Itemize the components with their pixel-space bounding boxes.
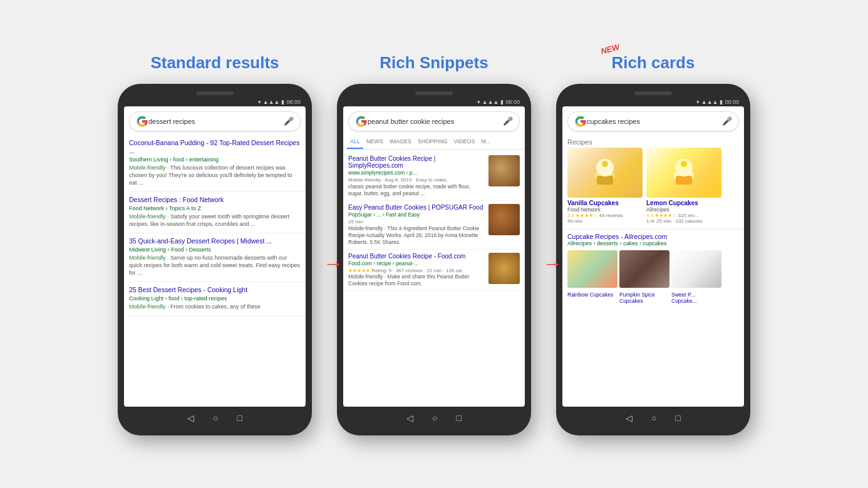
- google-logo: [136, 115, 148, 128]
- search-bar-snippets[interactable]: peanut butter cookie recipes 🎤: [348, 111, 520, 131]
- card-2-title: Lemon Cupcakes: [646, 200, 721, 206]
- card-2-reviews: 315 rev...: [678, 213, 699, 218]
- card-1-time: 50 min: [567, 218, 643, 224]
- time-display: 06:00: [286, 99, 301, 105]
- status-bar: ▾ ▲▲▲ ▮ 06:00: [124, 98, 306, 106]
- result-2-title[interactable]: Dessert Recipes : Food Network: [129, 196, 301, 205]
- cupcake-result-title[interactable]: Cupcake Recipes - Allrecipes.com: [567, 233, 739, 240]
- signal-icon-3: ▲▲▲: [701, 99, 718, 105]
- snippet-1-url: www.simplyrecipes.com › p...: [348, 170, 485, 176]
- battery-icon: ▮: [281, 99, 284, 105]
- result-1-title[interactable]: Coconut-Banana Pudding - 92 Top-Rated De…: [129, 139, 301, 156]
- lemon-cupcake-svg: [668, 154, 700, 191]
- snippet-2-title[interactable]: Easy Peanut Butter Cookies | POPSUGAR Fo…: [348, 204, 485, 211]
- status-bar-2: ▾ ▲▲▲ ▮ 06:00: [343, 98, 525, 106]
- card-2-source: Allrecipes: [646, 206, 721, 213]
- recents-icon[interactable]: □: [237, 413, 242, 423]
- search-query-standard: dessert recipes: [148, 118, 284, 125]
- mic-icon-snippets[interactable]: 🎤: [503, 116, 513, 126]
- phone-speaker: [196, 91, 234, 95]
- phone-rich-snippets: ▾ ▲▲▲ ▮ 06:00 peanut butter cookie recip…: [337, 84, 531, 435]
- google-logo-3: [574, 115, 587, 128]
- tab-all[interactable]: ALL: [347, 135, 363, 149]
- result-2-desc: Mobile-friendly · Satisfy your sweet too…: [129, 213, 301, 228]
- wifi-icon-3: ▾: [696, 99, 700, 105]
- rich-snippets-column: Rich Snippets ▾ ▲▲▲ ▮ 06:00: [337, 53, 531, 435]
- search-bar-cards[interactable]: cupcakes recipes 🎤: [567, 111, 739, 131]
- arrow-1: →: [323, 252, 343, 275]
- search-query-cards: cupcakes recipes: [587, 118, 722, 125]
- result-4-url: Cooking Light › food › top-rated-recipes: [129, 295, 301, 302]
- result-4-desc: Mobile-friendly · From cookies to cakes,…: [129, 303, 301, 310]
- snippet-1-title[interactable]: Peanut Butter Cookies Recipe | SimplyRec…: [348, 155, 485, 169]
- cookie-img-2: [488, 204, 520, 235]
- snippet-1-meta: Mobile-friendly · Aug 8, 2015 · Easy to …: [348, 177, 485, 183]
- battery-icon-3: ▮: [720, 99, 723, 105]
- cupcake-thumbs-row: [562, 248, 744, 290]
- cupcake-thumb-3[interactable]: [671, 250, 721, 288]
- snippet-3-title[interactable]: Peanut Butter Cookies Recipe - Food.com: [348, 253, 485, 260]
- result-3: 35 Quick-and-Easy Dessert Recipes | Midw…: [124, 233, 306, 282]
- recents-icon-3[interactable]: □: [676, 413, 681, 423]
- card-2-time: 1 hr 25 min · 232 calories: [646, 218, 721, 224]
- svg-point-7: [681, 161, 687, 167]
- tab-news[interactable]: NEWS: [363, 135, 386, 149]
- status-bar-3: ▾ ▲▲▲ ▮ 06:00: [562, 98, 744, 106]
- search-tabs: ALL NEWS IMAGES SHOPPING VIDEOS M...: [343, 135, 525, 150]
- snippet-3-img: [488, 253, 520, 284]
- mic-icon-cards[interactable]: 🎤: [722, 116, 732, 126]
- card-lemon-cupcakes[interactable]: Lemon Cupcakes Allrecipes 4.4 ★★★★☆ 315 …: [646, 148, 721, 224]
- vanilla-cupcake-graphic: [567, 148, 643, 198]
- tab-more[interactable]: M...: [478, 135, 494, 149]
- signal-icon-2: ▲▲▲: [482, 99, 499, 105]
- tab-videos[interactable]: VIDEOS: [451, 135, 478, 149]
- result-4-title[interactable]: 25 Best Dessert Recipes - Cooking Light: [129, 286, 301, 295]
- snippet-3-rating: Rating: 5 · 367 reviews · 22 min · 126 c…: [371, 268, 462, 273]
- signal-icon: ▲▲▲: [263, 99, 280, 105]
- back-icon[interactable]: ◁: [187, 413, 194, 423]
- battery-icon-2: ▮: [500, 99, 504, 105]
- cupcake-result-url: Allrecipes › desserts › cakes › cupcakes: [567, 240, 739, 247]
- home-icon[interactable]: ○: [213, 413, 218, 423]
- svg-rect-1: [597, 176, 613, 185]
- cupcake-result: Cupcake Recipes - Allrecipes.com Allreci…: [562, 229, 744, 248]
- wifi-icon: ▾: [258, 99, 261, 105]
- back-icon-2[interactable]: ◁: [406, 413, 413, 423]
- cupcake-thumb-2[interactable]: [619, 250, 669, 288]
- search-bar-standard[interactable]: dessert recipes 🎤: [129, 111, 301, 131]
- snippet-2-text: Easy Peanut Butter Cookies | POPSUGAR Fo…: [348, 204, 485, 246]
- result-4: 25 Best Dessert Recipes - Cooking Light …: [124, 282, 306, 316]
- cupcake-label-2: Pumpkin Spice Cupcakes: [619, 292, 669, 304]
- lemon-cupcake-graphic: [646, 148, 721, 198]
- recipes-label: Recipes: [562, 135, 744, 148]
- tab-shopping[interactable]: SHOPPING: [415, 135, 451, 149]
- phone-nav-bar-standard: ◁ ○ □: [124, 407, 306, 425]
- mic-icon-standard[interactable]: 🎤: [284, 116, 294, 126]
- result-3-desc: Mobile-friendly · Serve up no-fuss homem…: [129, 254, 301, 277]
- home-icon-3[interactable]: ○: [651, 413, 656, 423]
- card-1-reviews: 44 reviews: [599, 213, 623, 218]
- card-img-vanilla: [567, 148, 643, 198]
- card-vanilla-cupcakes[interactable]: Vanilla Cupcakes Food Network 3.6 ★★★★☆ …: [567, 148, 643, 224]
- result-3-title[interactable]: 35 Quick-and-Easy Dessert Recipes | Midw…: [129, 237, 301, 246]
- snippet-1-desc: classic peanut butter cookie recipe, mad…: [348, 183, 485, 197]
- home-icon-2[interactable]: ○: [432, 413, 437, 423]
- vanilla-cupcake-svg: [589, 154, 621, 191]
- phone-standard: ▾ ▲▲▲ ▮ 06:00 dessert recipes 🎤: [118, 84, 312, 435]
- back-icon-3[interactable]: ◁: [626, 413, 633, 423]
- recents-icon-2[interactable]: □: [457, 413, 462, 423]
- cupcake-labels-row: Rainbow Cupcakes Pumpkin Spice Cupcakes …: [562, 290, 744, 308]
- result-1: Coconut-Banana Pudding - 92 Top-Rated De…: [124, 135, 306, 193]
- cupcake-label-3: Sweet P... Cupcake...: [671, 292, 721, 304]
- cupcake-thumb-1[interactable]: [567, 250, 617, 288]
- recipe-cards-row: Vanilla Cupcakes Food Network 3.6 ★★★★☆ …: [562, 148, 744, 229]
- status-icons: ▾ ▲▲▲ ▮ 06:00: [258, 99, 301, 105]
- result-2-url: Food Network › Topics A to Z: [129, 205, 301, 211]
- snippet-2-url: PopSugar › ... › Fast and Easy: [348, 211, 485, 218]
- snippet-2-img: [488, 204, 520, 235]
- result-1-desc: Mobile-friendly · This luscious collecti…: [129, 164, 301, 186]
- result-3-url: Midwest Living › Food › Desserts: [129, 247, 301, 253]
- tab-images[interactable]: IMAGES: [386, 135, 415, 149]
- svg-point-3: [602, 161, 608, 167]
- rich-cards-column: NEW Rich cards ▾ ▲▲▲ ▮ 06:00: [556, 53, 750, 435]
